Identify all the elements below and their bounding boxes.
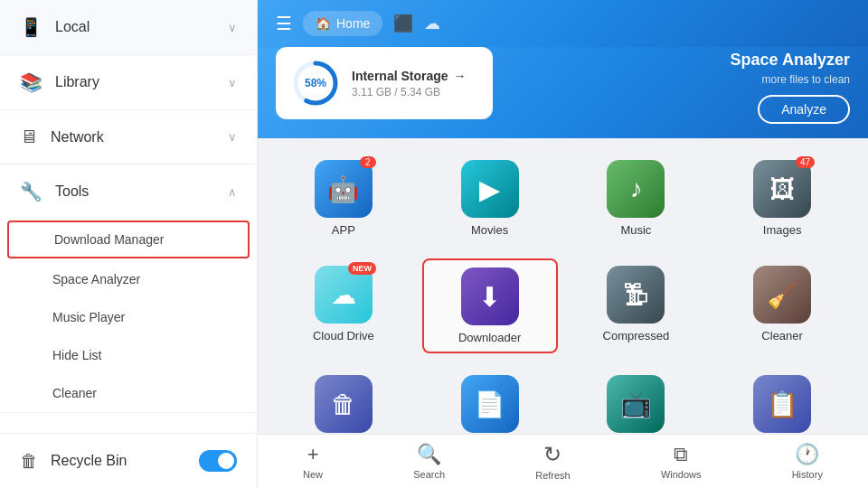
cloud-drive-label: Cloud Drive — [313, 329, 374, 343]
music-label: Music — [620, 223, 651, 237]
sidebar-item-recycle-bin[interactable]: 🗑 Recycle Bin — [0, 433, 257, 488]
submenu-item-download-manager[interactable]: Download Manager — [7, 221, 250, 258]
grid-item-documents[interactable]: 📄 Documents — [422, 368, 558, 434]
cast-icon: 📺 — [607, 375, 665, 433]
nav-item-search[interactable]: 🔍 Search — [399, 437, 459, 485]
grid-item-images[interactable]: 🖼 47 Images — [714, 153, 850, 244]
bottom-nav: + New 🔍 Search ↻ Refresh ⧉ Windows 🕐 His… — [258, 434, 868, 488]
submenu-label: Space Analyzer — [52, 272, 140, 286]
storage-section: 58% Internal Storage → 3.11 GB / 5.34 GB… — [258, 47, 868, 138]
grid-item-downloader[interactable]: ⬇ Downloader — [422, 258, 558, 353]
tools-icon: 🔧 — [20, 181, 42, 202]
images-badge: 47 — [796, 156, 815, 168]
cloud-badge: NEW — [348, 262, 376, 275]
sidebar: 📱 Local ∨ 📚 Library ∨ 🖥 Network ∨ 🔧 Tool… — [0, 0, 258, 488]
storage-circle: 58% — [292, 60, 339, 107]
grid-item-logger[interactable]: 📋 Logger — [714, 368, 850, 434]
compressed-icon: 🗜 — [607, 266, 665, 324]
downloader-label: Downloader — [458, 331, 521, 344]
chevron-down-icon: ∨ — [228, 130, 237, 144]
grid-item-cleaner[interactable]: 🧹 Cleaner — [714, 258, 850, 353]
local-icon: 📱 — [20, 16, 42, 38]
cloud-drive-icon: ☁ NEW — [315, 266, 373, 324]
home-button[interactable]: 🏠 Home — [303, 11, 382, 36]
history-label: History — [792, 469, 823, 480]
grid-item-cloud-drive[interactable]: ☁ NEW Cloud Drive — [276, 258, 411, 353]
app-icon: 🤖 2 — [315, 160, 373, 218]
arrow-icon: → — [454, 69, 467, 83]
sidebar-item-tools[interactable]: 🔧 Tools ∧ — [0, 164, 257, 219]
cleaner-icon: 🧹 — [753, 266, 811, 324]
grid-item-app[interactable]: 🤖 2 APP — [276, 153, 411, 244]
grid-area: 🤖 2 APP ▶ Movies ♪ Music — [258, 138, 868, 434]
windows-label: Windows — [661, 469, 702, 480]
space-analyzer-title: Space Analyzer — [511, 51, 850, 70]
downloader-icon: ⬇ — [461, 267, 519, 325]
tools-submenu: Download Manager Space Analyzer Music Pl… — [0, 221, 257, 412]
header-icon-windows[interactable]: ⬛ — [393, 14, 413, 33]
home-icon: 🏠 — [316, 16, 331, 31]
refresh-icon: ↻ — [543, 442, 561, 467]
search-label: Search — [413, 469, 445, 480]
documents-icon: 📄 — [461, 375, 519, 433]
nav-item-history[interactable]: 🕐 History — [778, 437, 837, 485]
storage-percent: 58% — [305, 77, 326, 89]
app-label: APP — [332, 223, 355, 237]
windows-icon: ⧉ — [674, 443, 688, 466]
nav-item-windows[interactable]: ⧉ Windows — [646, 437, 716, 485]
chevron-down-icon: ∨ — [228, 76, 237, 89]
main-content: ☰ 🏠 Home ⬛ ☁ 58% Internal Storage — [258, 0, 868, 488]
submenu-label: Download Manager — [54, 232, 164, 247]
recycle-bin-toggle[interactable] — [199, 450, 237, 472]
grid-item-recycle-bin[interactable]: 🗑 Recycle Bin — [276, 368, 411, 434]
images-label: Images — [763, 223, 802, 237]
header-icon-cloud[interactable]: ☁ — [424, 14, 440, 33]
network-icon: 🖥 — [20, 127, 38, 147]
app-grid: 🤖 2 APP ▶ Movies ♪ Music — [276, 153, 850, 434]
history-icon: 🕐 — [795, 443, 819, 466]
submenu-label: Music Player — [52, 310, 125, 324]
storage-size: 3.11 GB / 5.34 GB — [352, 86, 467, 99]
movies-icon: ▶ — [461, 160, 519, 218]
sidebar-item-library[interactable]: 📚 Library ∨ — [0, 55, 257, 110]
sidebar-item-local[interactable]: 📱 Local ∨ — [0, 0, 257, 55]
refresh-label: Refresh — [535, 470, 571, 481]
nav-item-refresh[interactable]: ↻ Refresh — [521, 436, 585, 486]
submenu-item-space-analyzer[interactable]: Space Analyzer — [0, 260, 257, 298]
grid-item-compressed[interactable]: 🗜 Compressed — [569, 258, 704, 353]
recycle-bin-grid-icon: 🗑 — [315, 375, 373, 433]
storage-info: Internal Storage → 3.11 GB / 5.34 GB — [352, 69, 467, 99]
hamburger-button[interactable]: ☰ — [276, 13, 292, 34]
new-label: New — [303, 469, 323, 480]
recycle-bin-label: Recycle Bin — [51, 453, 199, 469]
submenu-item-music-player[interactable]: Music Player — [0, 298, 257, 336]
analyze-button[interactable]: Analyze — [758, 95, 850, 124]
submenu-item-hide-list[interactable]: Hide List — [0, 336, 257, 374]
music-icon: ♪ — [607, 160, 665, 218]
grid-item-music[interactable]: ♪ Music — [569, 153, 704, 244]
search-icon: 🔍 — [417, 443, 441, 466]
grid-item-movies[interactable]: ▶ Movies — [422, 153, 558, 244]
submenu-item-cleaner[interactable]: Cleaner — [0, 374, 257, 412]
logger-icon: 📋 — [753, 375, 811, 433]
chevron-up-icon: ∧ — [228, 185, 237, 199]
images-icon: 🖼 47 — [753, 160, 811, 218]
header: ☰ 🏠 Home ⬛ ☁ — [258, 0, 868, 47]
compressed-label: Compressed — [603, 329, 670, 343]
storage-card[interactable]: 58% Internal Storage → 3.11 GB / 5.34 GB — [276, 47, 493, 119]
storage-name: Internal Storage → — [352, 69, 467, 83]
home-label: Home — [336, 16, 370, 31]
new-icon: + — [307, 443, 319, 466]
nav-item-new[interactable]: + New — [288, 437, 337, 485]
sidebar-item-label: Network — [51, 129, 228, 145]
submenu-label: Cleaner — [52, 386, 97, 400]
tools-section: 🔧 Tools ∧ Download Manager Space Analyze… — [0, 164, 257, 413]
sidebar-item-network[interactable]: 🖥 Network ∨ — [0, 110, 257, 164]
library-icon: 📚 — [20, 71, 42, 93]
space-analyzer-promo: Space Analyzer more files to clean Analy… — [511, 47, 850, 124]
grid-item-cast[interactable]: 📺 Cast — [569, 368, 704, 434]
movies-label: Movies — [471, 223, 508, 237]
space-analyzer-sub: more files to clean — [511, 73, 850, 86]
sidebar-item-label: Local — [55, 19, 228, 35]
tools-label: Tools — [55, 183, 228, 200]
